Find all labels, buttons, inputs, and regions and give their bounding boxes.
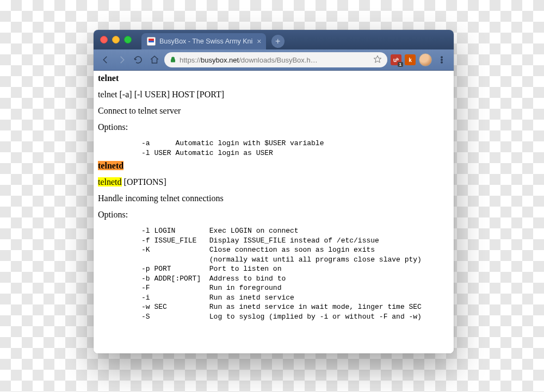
tab-title: BusyBox - The Swiss Army Kni	[159, 38, 252, 45]
svg-rect-3	[171, 59, 175, 63]
close-window-button[interactable]	[100, 36, 108, 43]
browser-menu-button[interactable]	[435, 53, 448, 66]
bookmark-star-icon[interactable]	[373, 55, 382, 65]
telnetd-usage: telnetd [OPTIONS]	[98, 177, 449, 187]
reload-button[interactable]	[132, 53, 145, 66]
browser-window: BusyBox - The Swiss Army Kni × + https:/…	[94, 30, 454, 353]
browser-tab[interactable]: BusyBox - The Swiss Army Kni ×	[141, 33, 266, 49]
window-controls	[100, 36, 132, 43]
telnetd-options-label: Options:	[98, 210, 449, 220]
svg-point-7	[441, 61, 443, 63]
url-path: /downloads/BusyBox.h…	[239, 56, 318, 64]
home-button[interactable]	[148, 53, 161, 66]
profile-avatar[interactable]	[419, 53, 432, 66]
telnetd-desc: Handle incoming telnet connections	[98, 194, 449, 203]
telnet-options-label: Options:	[98, 122, 449, 132]
back-button[interactable]	[99, 53, 112, 66]
svg-point-5	[441, 57, 443, 58]
extension-k-icon[interactable]: k	[405, 54, 416, 65]
url-scheme: https://	[180, 56, 201, 64]
svg-marker-4	[374, 55, 381, 63]
zoom-window-button[interactable]	[124, 36, 132, 43]
toolbar: https:// busybox.net /downloads/BusyBox.…	[94, 49, 454, 71]
telnetd-head-highlight: telnetd	[98, 161, 123, 170]
tab-favicon	[147, 37, 156, 46]
minimize-window-button[interactable]	[112, 36, 120, 43]
svg-rect-0	[149, 39, 154, 41]
lock-icon	[170, 57, 176, 63]
telnet-options-block: -a Automatic login with $USER variable -…	[141, 139, 449, 158]
ublock-extension-icon[interactable]: uᵇ	[391, 54, 401, 65]
svg-point-6	[441, 59, 443, 61]
tab-close-button[interactable]: ×	[257, 38, 261, 45]
telnetd-options-block: -l LOGIN Exec LOGIN on connect -f ISSUE_…	[141, 226, 449, 321]
svg-rect-1	[149, 41, 154, 42]
section-telnet-head: telnet	[98, 73, 449, 83]
telnetd-usage-highlight: telnetd	[98, 177, 122, 186]
telnet-desc: Connect to telnet server	[98, 106, 449, 116]
page-content: telnet telnet [-a] [-l USER] HOST [PORT]…	[94, 71, 454, 353]
new-tab-button[interactable]: +	[271, 35, 285, 48]
svg-rect-2	[149, 42, 154, 44]
section-telnetd-head: telnetd	[98, 161, 449, 171]
telnetd-usage-rest: [OPTIONS]	[122, 177, 166, 186]
tab-strip: BusyBox - The Swiss Army Kni × +	[94, 30, 454, 49]
url-host: busybox.net	[201, 56, 239, 64]
forward-button[interactable]	[115, 53, 128, 66]
address-bar[interactable]: https:// busybox.net /downloads/BusyBox.…	[164, 52, 387, 67]
telnet-usage: telnet [-a] [-l USER] HOST [PORT]	[98, 90, 449, 99]
